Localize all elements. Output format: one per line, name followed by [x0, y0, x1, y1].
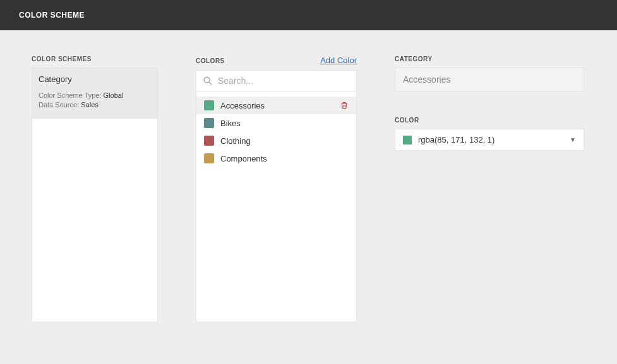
scheme-type-label: Color Scheme Type:: [39, 91, 101, 99]
color-select-swatch: [403, 136, 412, 144]
section-header-schemes: COLOR SCHEMES: [32, 56, 158, 62]
category-input[interactable]: [395, 68, 584, 91]
schemes-panel: Category Color Scheme Type: Global Data …: [32, 68, 158, 322]
search-input[interactable]: [218, 76, 350, 86]
main-content: COLOR SCHEMES Category Color Scheme Type…: [0, 30, 617, 348]
section-header-colors: COLORS Add Color: [196, 56, 357, 65]
color-swatch: [204, 153, 214, 163]
chevron-down-icon: ▼: [570, 136, 576, 143]
app-header: COLOR SCHEME: [0, 0, 617, 30]
search-icon: [203, 76, 213, 86]
colors-column: COLORS Add Color AccessoriesBikesClothin…: [196, 56, 357, 322]
detail-category-label: CATEGORY: [395, 56, 584, 62]
scheme-type-value: Global: [104, 91, 124, 99]
color-select[interactable]: rgba(85, 171, 132, 1) ▼: [395, 129, 584, 151]
colors-panel: AccessoriesBikesClothingComponents: [196, 70, 357, 322]
scheme-item[interactable]: Category Color Scheme Type: Global Data …: [32, 68, 157, 119]
color-item-label: Bikes: [220, 119, 349, 128]
search-row: [196, 71, 356, 91]
color-item[interactable]: Clothing: [196, 132, 356, 150]
color-swatch: [204, 118, 214, 128]
scheme-name: Category: [39, 74, 151, 84]
color-item-label: Clothing: [220, 136, 349, 146]
color-item[interactable]: Bikes: [196, 114, 356, 132]
color-item[interactable]: Components: [196, 150, 356, 167]
scheme-source-row: Data Source: Sales: [39, 101, 151, 109]
color-swatch: [204, 136, 214, 146]
section-label-schemes: COLOR SCHEMES: [32, 56, 92, 62]
add-color-link[interactable]: Add Color: [320, 56, 357, 65]
detail-color-label: COLOR: [395, 117, 584, 124]
scheme-source-value: Sales: [81, 101, 99, 109]
color-item[interactable]: Accessories: [196, 97, 356, 114]
color-item-label: Components: [220, 154, 349, 163]
trash-icon[interactable]: [340, 101, 349, 110]
scheme-source-label: Data Source:: [39, 101, 79, 109]
color-select-text: rgba(85, 171, 132, 1): [418, 135, 563, 144]
color-schemes-column: COLOR SCHEMES Category Color Scheme Type…: [32, 56, 158, 322]
color-list: AccessoriesBikesClothingComponents: [196, 91, 356, 167]
section-label-colors: COLORS: [196, 57, 225, 64]
detail-column: CATEGORY COLOR rgba(85, 171, 132, 1) ▼: [395, 56, 584, 322]
svg-line-1: [209, 82, 212, 85]
scheme-type-row: Color Scheme Type: Global: [39, 91, 151, 99]
page-title: COLOR SCHEME: [19, 11, 85, 20]
svg-point-0: [204, 77, 210, 83]
color-swatch: [204, 100, 214, 110]
color-item-label: Accessories: [220, 101, 333, 110]
